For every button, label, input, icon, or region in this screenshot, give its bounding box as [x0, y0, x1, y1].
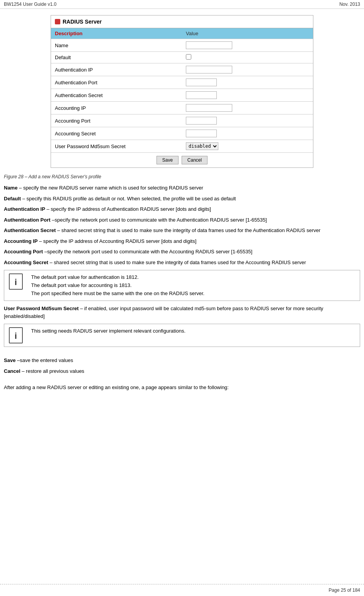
info-line-2: The default port value for accounting is… — [31, 282, 132, 288]
para-save-text: –save the entered values — [15, 357, 73, 363]
para-auth-port: Authentication Port –specify the network… — [4, 216, 360, 224]
page-number: Page 25 of 184 — [329, 587, 360, 593]
row-label-default: Default — [51, 52, 182, 63]
form-buttons: Save Cancel — [51, 152, 313, 167]
para-auth-ip-bold: Authentication IP — [4, 206, 45, 212]
col-description: Description — [51, 28, 182, 39]
row-label-auth-port: Authentication Port — [51, 76, 182, 89]
table-row: Authentication Port — [51, 76, 313, 89]
doc-date: Nov. 2013 — [339, 2, 360, 7]
row-label-auth-ip: Authentication IP — [51, 63, 182, 76]
para-cancel-text: – restore all previous values — [20, 368, 84, 374]
radius-server-box: RADIUS Server Description Value Name Def… — [51, 15, 313, 168]
para-cancel: Cancel – restore all previous values — [4, 367, 360, 375]
info-line-3: The port specified here must be the same… — [31, 290, 205, 296]
row-label-auth-secret: Authentication Secret — [51, 89, 182, 102]
para-default-text: – specify this RADIUS profile as default… — [21, 196, 236, 202]
para-auth-port-text: –specify the network port used to commun… — [51, 217, 267, 223]
info-text-2: This setting needs RADIUS server impleme… — [27, 324, 360, 347]
para-md5: User Password Md5sum Secret – if enabled… — [4, 305, 360, 320]
table-row: Authentication Secret — [51, 89, 313, 102]
para-acct-secret-bold: Accounting Secret — [4, 260, 48, 265]
auth-secret-input[interactable] — [186, 91, 217, 99]
info-icon-cell-1: i — [4, 270, 27, 301]
auth-port-input[interactable] — [186, 79, 217, 86]
info-line-1: The default port value for authenticatio… — [31, 274, 139, 280]
doc-title: BW1254 User Guide v1.0 — [4, 2, 56, 7]
col-value: Value — [182, 28, 313, 39]
table-row: Accounting Port — [51, 114, 313, 127]
acct-ip-input[interactable] — [186, 104, 232, 112]
save-button[interactable]: Save — [156, 156, 179, 164]
row-label-acct-port: Accounting Port — [51, 114, 182, 127]
para-acct-secret: Accounting Secret – shared secret string… — [4, 259, 360, 266]
name-input[interactable] — [186, 41, 232, 49]
table-row: Default — [51, 52, 313, 63]
radius-box-title: RADIUS Server — [51, 15, 313, 28]
info-icon-cell-2: i — [4, 324, 27, 347]
acct-port-input[interactable] — [186, 117, 217, 125]
table-row: User Password Md5sum Secret disabled ena… — [51, 140, 313, 153]
para-acct-secret-text: – shared secret string that is used to m… — [48, 260, 306, 265]
table-row: Authentication IP — [51, 63, 313, 76]
para-acct-port-text: –specify the network port used to commun… — [43, 249, 252, 254]
page-divider — [0, 584, 364, 584]
info-line-4: This setting needs RADIUS server impleme… — [31, 328, 186, 334]
para-after: After adding a new RADIUS server or edit… — [4, 384, 360, 391]
para-acct-port-bold: Accounting Port — [4, 249, 43, 254]
md5-select[interactable]: disabled enabled — [186, 142, 218, 150]
para-acct-ip-text: – specify the IP address of Accounting R… — [37, 238, 196, 244]
radius-form-table: Description Value Name Default Authentic… — [51, 28, 313, 152]
cancel-button[interactable]: Cancel — [182, 156, 208, 164]
para-md5-bold: User Password Md5sum Secret — [4, 306, 79, 311]
para-name-text: – specify the new RADIUS server name whi… — [17, 185, 203, 191]
radius-title-text: RADIUS Server — [63, 19, 102, 25]
para-auth-port-bold: Authentication Port — [4, 217, 51, 223]
table-header-row: Description Value — [51, 28, 313, 39]
acct-secret-input[interactable] — [186, 130, 217, 137]
table-row: Name — [51, 39, 313, 52]
page-footer: Page 25 of 184 — [329, 587, 360, 593]
info-box-2: i This setting needs RADIUS server imple… — [4, 324, 360, 347]
server-icon — [55, 19, 60, 24]
figure-caption: Figure 28 – Add a new RADIUS Server's pr… — [4, 174, 360, 179]
default-checkbox[interactable] — [186, 54, 191, 60]
para-default: Default – specify this RADIUS profile as… — [4, 195, 360, 203]
info-icon-1: i — [9, 273, 23, 290]
para-name-bold: Name — [4, 185, 17, 191]
row-label-md5: User Password Md5sum Secret — [51, 140, 182, 153]
row-label-acct-secret: Accounting Secret — [51, 127, 182, 140]
auth-ip-input[interactable] — [186, 66, 232, 73]
para-acct-ip: Accounting IP – specify the IP address o… — [4, 237, 360, 245]
para-auth-ip-text: – specify the IP address of Authenticati… — [45, 206, 211, 212]
para-auth-secret: Authentication Secret – shared secret st… — [4, 227, 360, 234]
para-acct-port: Accounting Port –specify the network por… — [4, 248, 360, 256]
info-box-1: i The default port value for authenticat… — [4, 270, 360, 301]
row-label-name: Name — [51, 39, 182, 52]
para-auth-secret-bold: Authentication Secret — [4, 227, 56, 233]
para-auth-secret-text: – shared secret string that is used to m… — [56, 227, 320, 233]
para-cancel-bold: Cancel — [4, 368, 20, 374]
para-acct-ip-bold: Accounting IP — [4, 238, 37, 244]
para-default-bold: Default — [4, 196, 21, 202]
para-auth-ip: Authentication IP – specify the IP addre… — [4, 205, 360, 213]
table-row: Accounting Secret — [51, 127, 313, 140]
para-save: Save –save the entered values — [4, 357, 360, 364]
table-row: Accounting IP — [51, 102, 313, 114]
info-text-1: The default port value for authenticatio… — [27, 270, 360, 301]
para-name: Name – specify the new RADIUS server nam… — [4, 184, 360, 192]
para-save-bold: Save — [4, 357, 15, 363]
info-icon-2: i — [9, 327, 23, 343]
row-label-acct-ip: Accounting IP — [51, 102, 182, 114]
